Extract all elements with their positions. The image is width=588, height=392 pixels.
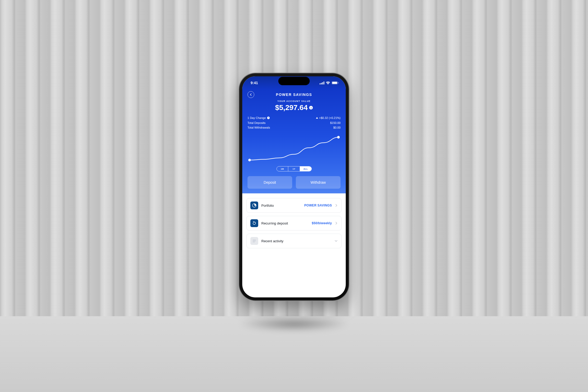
caret-up-icon xyxy=(316,117,318,119)
chevron-right-icon xyxy=(335,204,338,207)
stat-label: 1 Day Change xyxy=(247,116,266,120)
signal-icon xyxy=(320,82,324,84)
withdraw-button[interactable]: Withdraw xyxy=(296,176,341,189)
stat-value: +$0.32 (+0.21%) xyxy=(319,116,341,120)
chevron-down-icon xyxy=(335,240,338,242)
card-portfolio[interactable]: Portfolio POWER SAVINGS xyxy=(246,198,342,213)
nav-row: POWER SAVINGS xyxy=(247,90,341,99)
card-label: Recurring deposit xyxy=(261,221,309,225)
svg-point-7 xyxy=(248,159,251,162)
action-row: Deposit Withdraw xyxy=(247,176,341,189)
range-option-1y[interactable]: 1Y xyxy=(288,166,300,171)
card-recurring-deposit[interactable]: Recurring deposit $50/biweekly xyxy=(246,216,342,230)
range-toggle: 1M 1Y ALL xyxy=(276,166,312,171)
svg-rect-12 xyxy=(253,242,255,242)
stat-total-deposits: Total Deposits $150.00 xyxy=(247,120,341,125)
svg-rect-2 xyxy=(322,82,323,84)
svg-rect-11 xyxy=(253,241,256,241)
account-hero: POWER SAVINGS YOUR ACCOUNT VALUE $5,297.… xyxy=(242,89,346,193)
stat-day-change: 1 Day Change i +$0.32 (+0.21%) xyxy=(247,116,341,120)
stat-value: $0.00 xyxy=(333,125,341,130)
chevron-right-icon xyxy=(335,222,338,225)
value-chart xyxy=(247,135,341,164)
chevron-left-icon xyxy=(250,93,252,96)
svg-rect-0 xyxy=(320,83,320,84)
info-icon[interactable]: i xyxy=(267,117,270,119)
stat-total-withdrawals: Total Withdrawals $0.00 xyxy=(247,125,341,130)
account-balance: $5,297.64 xyxy=(275,103,308,112)
account-value-label: YOUR ACCOUNT VALUE xyxy=(247,100,341,102)
svg-rect-3 xyxy=(324,82,324,84)
svg-rect-5 xyxy=(332,82,337,84)
card-value: POWER SAVINGS xyxy=(304,204,332,207)
back-button[interactable] xyxy=(247,91,254,98)
card-label: Recent activity xyxy=(261,239,331,243)
card-value: $50/biweekly xyxy=(312,221,332,225)
card-label: Portfolio xyxy=(261,204,301,207)
screen: 9:41 POWER SAVINGS YOUR ACCOUNT VALUE xyxy=(242,76,346,297)
dynamic-island xyxy=(278,77,310,85)
phone-shadow xyxy=(238,316,350,332)
account-stats: 1 Day Change i +$0.32 (+0.21%) Total Dep… xyxy=(247,116,341,130)
pie-chart-icon xyxy=(250,201,258,209)
wifi-icon xyxy=(326,82,330,84)
recurring-icon xyxy=(250,219,258,227)
svg-rect-1 xyxy=(321,83,322,84)
range-option-1m[interactable]: 1M xyxy=(277,166,288,171)
svg-rect-10 xyxy=(253,240,256,240)
balance-row: $5,297.64 i xyxy=(247,103,341,112)
svg-rect-6 xyxy=(338,82,338,84)
svg-point-8 xyxy=(337,136,340,139)
info-icon[interactable]: i xyxy=(309,106,313,109)
deposit-button[interactable]: Deposit xyxy=(247,176,292,189)
card-list: Portfolio POWER SAVINGS Recurring deposi… xyxy=(242,193,346,253)
list-icon xyxy=(250,237,258,245)
phone-frame: 9:41 POWER SAVINGS YOUR ACCOUNT VALUE xyxy=(239,73,349,301)
mockup-scene: 9:41 POWER SAVINGS YOUR ACCOUNT VALUE xyxy=(0,0,588,392)
status-time: 9:41 xyxy=(251,81,258,85)
status-indicators xyxy=(320,81,338,84)
range-option-all[interactable]: ALL xyxy=(300,166,312,171)
card-recent-activity[interactable]: Recent activity xyxy=(246,234,342,248)
page-title: POWER SAVINGS xyxy=(276,93,312,97)
battery-icon xyxy=(332,81,338,84)
stat-label: Total Deposits xyxy=(247,120,266,125)
stat-value: $150.00 xyxy=(330,120,341,125)
stat-label: Total Withdrawals xyxy=(247,125,270,130)
